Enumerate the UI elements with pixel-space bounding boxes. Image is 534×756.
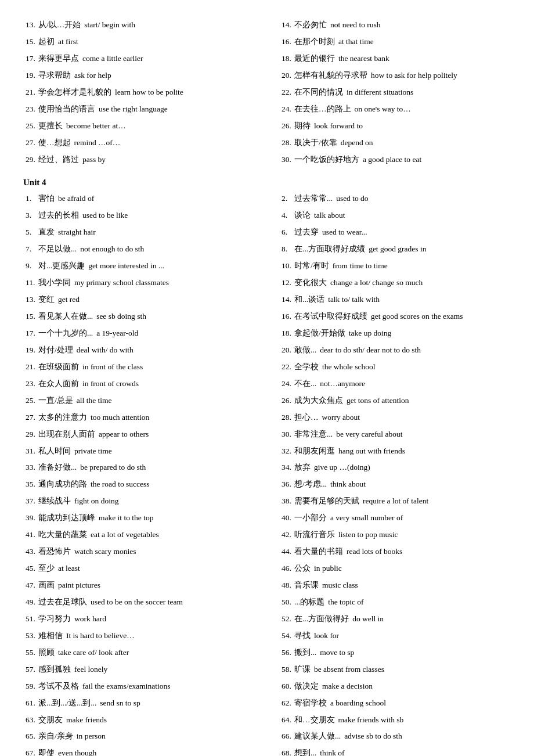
phrase-number: 42. <box>282 528 294 542</box>
phrase-item: 35.通向成功的路the road to success <box>23 477 264 492</box>
phrase-number: 46. <box>282 562 294 575</box>
phrase-item: 27.使…想起remind …of… <box>23 135 264 151</box>
phrase-item: 39.能成功到达顶峰make it to the top <box>23 510 264 526</box>
phrase-item: 49.过去在足球队used to be on the soccer team <box>23 595 264 610</box>
phrase-item: 20.敢做...dear to do sth/ dear not to do s… <box>270 343 511 358</box>
phrase-number: 50. <box>282 596 294 609</box>
phrase-item: 59.考试不及格fail the exams/examinations <box>23 679 264 694</box>
phrase-number: 47. <box>26 579 38 592</box>
phrase-english: remind …of… <box>74 136 121 150</box>
phrase-number: 24. <box>282 377 294 391</box>
phrase-chinese: 在考试中取得好成绩 <box>294 310 367 323</box>
phrase-chinese: 考试不及格 <box>38 680 79 693</box>
phrase-chinese: 看恐怖片 <box>38 545 71 559</box>
phrase-english: It is hard to believe… <box>66 629 135 643</box>
phrase-item: 14.不必匆忙not need to rush <box>270 17 511 33</box>
phrase-english: deal with/ do with <box>77 344 134 357</box>
phrase-item: 63.交朋友make friends <box>23 712 264 728</box>
phrase-chinese: 时常/有时 <box>294 260 329 273</box>
phrase-english: get red <box>58 293 80 307</box>
phrase-english: eat a lot of vegetables <box>91 528 159 542</box>
phrase-chinese: 想到... <box>294 747 316 756</box>
phrase-english: how to ask for help politely <box>371 69 457 82</box>
phrase-number: 34. <box>282 461 294 474</box>
phrase-chinese: 能成功到达顶峰 <box>38 512 95 525</box>
phrase-number: 21. <box>26 361 38 374</box>
phrase-english: a 19-year-old <box>96 327 138 340</box>
phrase-number: 59. <box>26 680 38 693</box>
phrase-chinese: 在那个时刻 <box>294 35 335 49</box>
phrase-number: 48. <box>282 579 294 592</box>
phrase-chinese: 来得更早点 <box>38 52 79 66</box>
phrase-item: 32.和朋友闲逛hang out with friends <box>270 444 511 459</box>
phrase-item: 15.看见某人在做...see sb doing sth <box>23 309 264 325</box>
phrase-english: think of <box>320 747 344 756</box>
phrase-chinese: 在班级面前 <box>38 361 79 374</box>
phrase-number: 33. <box>26 461 38 474</box>
phrase-item: 8.在...方面取得好成绩get good grades in <box>270 242 511 257</box>
phrase-number: 49. <box>26 596 38 609</box>
phrase-item: 27.太多的注意力too much attention <box>23 410 264 426</box>
phrase-english: the nearest bank <box>338 52 389 66</box>
phrase-chinese: 使…想起 <box>38 136 71 150</box>
phrase-english: at first <box>58 35 78 49</box>
phrase-number: 17. <box>26 52 38 66</box>
phrase-item: 14.和...谈话talk to/ talk with <box>270 292 511 308</box>
phrase-english: appear to others <box>99 428 149 441</box>
phrase-number: 67. <box>26 747 38 756</box>
phrase-english: straight hair <box>58 226 96 239</box>
phrase-number: 5. <box>26 226 38 239</box>
phrase-chinese: 出现在别人面前 <box>38 428 95 441</box>
phrase-english: send sn to sp <box>100 697 140 710</box>
phrase-item: 31.私人时间private time <box>23 444 264 459</box>
phrase-number: 6. <box>282 226 294 239</box>
phrase-item: 22.在不同的情况in different situations <box>270 85 511 100</box>
phrase-item: 62.寄宿学校a boarding school <box>270 696 511 711</box>
phrase-english: depend on <box>341 136 373 150</box>
phrase-chinese: 一个十九岁的... <box>38 327 93 340</box>
phrase-number: 23. <box>26 377 38 391</box>
phrase-number: 16. <box>282 310 294 323</box>
phrase-item: 21.在班级面前in front of the class <box>23 359 264 375</box>
phrase-number: 56. <box>282 646 294 660</box>
phrase-item: 23.使用恰当的语言use the right language <box>23 102 264 117</box>
phrase-english: a very small number of <box>330 512 403 525</box>
phrase-english: be very careful about <box>336 428 402 441</box>
phrase-chinese: 交朋友 <box>38 714 63 727</box>
phrase-english: at that time <box>338 35 374 49</box>
phrase-number: 29. <box>26 428 38 441</box>
phrase-chinese: 想/考虑... <box>294 478 327 491</box>
phrase-english: pass by <box>82 153 106 167</box>
phrase-chinese: 即使 <box>38 747 55 756</box>
phrase-item: 56.搬到...move to sp <box>270 645 511 661</box>
phrase-chinese: 准备好做... <box>38 461 77 474</box>
phrase-english: think about <box>330 478 366 491</box>
phrase-chinese: 放弃 <box>294 461 311 474</box>
phrase-english: get tons of attention <box>347 394 409 408</box>
phrase-chinese: 寻找 <box>294 629 311 643</box>
phrase-chinese: 变红 <box>38 293 55 307</box>
phrase-number: 8. <box>282 243 294 256</box>
phrase-number: 13. <box>26 19 38 32</box>
phrase-chinese: 和…交朋友 <box>294 714 335 727</box>
phrase-number: 36. <box>282 478 294 491</box>
phrase-chinese: 敢做... <box>294 344 316 357</box>
phrase-number: 24. <box>282 103 294 116</box>
phrase-number: 23. <box>26 103 38 116</box>
phrase-chinese: 怎样有礼貌的寻求帮 <box>294 69 367 82</box>
phrase-number: 39. <box>26 512 38 525</box>
phrase-chinese: 过去的长相 <box>38 209 79 222</box>
phrase-english: not need to rush <box>330 19 381 32</box>
phrase-english: used to do <box>336 192 369 206</box>
phrase-english: in public <box>314 562 342 575</box>
phrase-number: 63. <box>26 714 38 727</box>
phrase-number: 22. <box>282 86 294 99</box>
phrase-number: 57. <box>26 663 38 676</box>
phrase-item: 25.更擅长become better at… <box>23 118 264 134</box>
phrase-number: 65. <box>26 730 38 743</box>
phrase-item: 34.放弃give up …(doing) <box>270 460 511 476</box>
phrase-item: 33.准备好做...be prepared to do sth <box>23 460 264 476</box>
phrase-english: a good place to eat <box>363 153 421 167</box>
phrase-english: ask for help <box>74 69 111 82</box>
phrase-item: 12.变化很大change a lot/ change so much <box>270 275 511 291</box>
